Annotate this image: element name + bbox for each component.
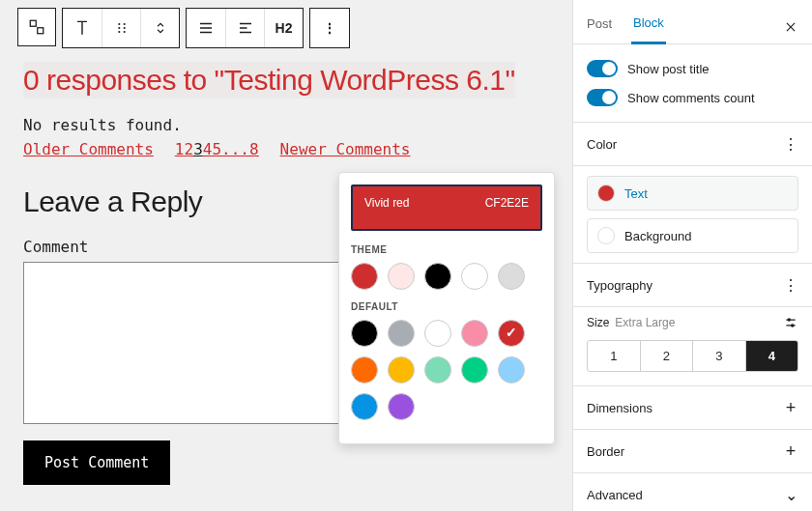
post-title[interactable]: 0 responses to "Testing WordPress 6.1" xyxy=(23,62,515,99)
svg-point-4 xyxy=(118,27,120,29)
svg-point-7 xyxy=(123,31,125,33)
expand-border-icon[interactable]: + xyxy=(783,443,798,459)
panel-border-label: Border xyxy=(587,444,624,459)
newer-comments-link[interactable]: Newer Comments xyxy=(280,140,411,158)
default-swatch[interactable] xyxy=(388,320,415,347)
default-swatch[interactable] xyxy=(424,356,451,383)
theme-swatches-label: THEME xyxy=(351,244,542,255)
tab-post[interactable]: Post xyxy=(585,11,614,43)
align-group: H2 xyxy=(186,8,304,48)
typography-options-icon[interactable] xyxy=(783,277,798,293)
theme-swatch[interactable] xyxy=(424,263,451,290)
custom-size-button[interactable] xyxy=(783,315,798,330)
drag-vertical-button[interactable] xyxy=(102,9,140,47)
svg-point-2 xyxy=(118,23,120,25)
transform-button[interactable] xyxy=(63,9,102,47)
page-8[interactable]: 8 xyxy=(249,140,259,158)
older-comments-link[interactable]: Older Comments xyxy=(23,140,154,158)
close-sidebar-button[interactable] xyxy=(781,17,800,37)
size-step-2[interactable]: 2 xyxy=(641,341,694,371)
page-2[interactable]: 2 xyxy=(185,140,194,158)
default-swatch[interactable] xyxy=(498,320,525,347)
page-5[interactable]: 5 xyxy=(212,140,221,158)
heading-level-button[interactable]: H2 xyxy=(264,9,303,47)
panel-advanced-header[interactable]: Advanced xyxy=(573,473,812,511)
panel-color-label: Color xyxy=(587,137,617,152)
color-option-background-label: Background xyxy=(624,229,691,243)
tab-block[interactable]: Block xyxy=(631,10,666,44)
color-options-icon[interactable] xyxy=(783,136,798,152)
selected-color-chip[interactable]: Vivid red CF2E2E xyxy=(351,185,542,231)
default-swatch[interactable] xyxy=(351,393,378,420)
drag-handle[interactable] xyxy=(17,8,56,46)
default-swatch[interactable] xyxy=(351,320,378,347)
theme-swatches xyxy=(351,263,542,290)
more-options-button[interactable] xyxy=(310,9,349,47)
page-1[interactable]: 1 xyxy=(175,140,185,158)
size-step-4[interactable]: 4 xyxy=(746,341,798,371)
theme-swatch[interactable] xyxy=(388,263,415,290)
color-option-text-label: Text xyxy=(624,186,648,201)
toggle-show-title-row: Show post title xyxy=(587,54,798,83)
visibility-toggles: Show post title Show comments count xyxy=(573,44,812,123)
page-3-current: 3 xyxy=(193,140,203,158)
align-left-button[interactable] xyxy=(225,9,264,47)
theme-swatch[interactable] xyxy=(351,263,378,290)
svg-rect-1 xyxy=(38,28,44,34)
page-4[interactable]: 4 xyxy=(203,140,213,158)
default-swatch[interactable] xyxy=(351,356,378,383)
page-ellipsis: ... xyxy=(221,140,249,158)
text-color-swatch xyxy=(597,185,615,202)
panel-border-header[interactable]: Border + xyxy=(573,430,812,473)
background-color-swatch xyxy=(597,227,615,244)
typography-body: Size Extra Large 1234 xyxy=(573,307,812,386)
color-option-text[interactable]: Text xyxy=(587,176,798,211)
post-comment-button[interactable]: Post Comment xyxy=(23,440,170,485)
default-swatch[interactable] xyxy=(388,393,415,420)
default-swatch[interactable] xyxy=(461,320,488,347)
default-swatch[interactable] xyxy=(388,356,415,383)
color-options: Text Background xyxy=(573,166,812,264)
svg-point-9 xyxy=(792,325,794,326)
theme-swatch[interactable] xyxy=(461,263,488,290)
no-results-text: No results found. xyxy=(23,116,549,134)
panel-color-header[interactable]: Color xyxy=(573,123,812,166)
svg-point-6 xyxy=(118,31,120,33)
panel-dimensions-header[interactable]: Dimensions + xyxy=(573,386,812,430)
default-swatch[interactable] xyxy=(424,320,451,347)
more-group xyxy=(309,8,350,48)
sidebar-tabs: Post Block xyxy=(573,0,812,44)
toggle-show-title-label: Show post title xyxy=(627,62,710,76)
block-toolbar: H2 xyxy=(17,8,555,48)
panel-dimensions-label: Dimensions xyxy=(587,401,652,415)
toggle-show-title[interactable] xyxy=(587,60,618,77)
settings-sidebar: Post Block Show post title Show comments… xyxy=(572,0,812,511)
svg-point-3 xyxy=(123,23,125,25)
editor-canvas: H2 0 responses to "Testing WordPress 6.1… xyxy=(0,0,572,511)
color-option-background[interactable]: Background xyxy=(587,218,798,253)
expand-dimensions-icon[interactable]: + xyxy=(783,400,798,415)
vertical-dots-icon xyxy=(323,20,336,36)
toggle-show-count-row: Show comments count xyxy=(587,83,798,112)
toggle-show-count[interactable] xyxy=(587,89,618,106)
size-preset: Extra Large xyxy=(615,316,675,329)
default-swatch[interactable] xyxy=(498,356,525,383)
svg-point-8 xyxy=(788,319,790,321)
svg-point-5 xyxy=(123,27,125,29)
page-numbers: 12345...8 xyxy=(175,140,259,158)
expand-advanced-icon[interactable] xyxy=(783,487,798,502)
comments-pagination: Older Comments 12345...8 Newer Comments xyxy=(23,140,549,158)
default-swatches xyxy=(351,320,542,420)
toggle-show-count-label: Show comments count xyxy=(627,91,755,105)
size-label: Size xyxy=(587,316,609,329)
align-none-button[interactable] xyxy=(187,9,225,47)
move-updown-button[interactable] xyxy=(140,9,179,47)
svg-rect-0 xyxy=(30,20,36,26)
size-step-1[interactable]: 1 xyxy=(588,341,641,371)
size-steps: 1234 xyxy=(587,340,798,372)
selected-color-name: Vivid red xyxy=(364,196,409,210)
panel-typography-header[interactable]: Typography xyxy=(573,264,812,307)
default-swatch[interactable] xyxy=(461,356,488,383)
theme-swatch[interactable] xyxy=(498,263,525,290)
size-step-3[interactable]: 3 xyxy=(693,341,746,371)
